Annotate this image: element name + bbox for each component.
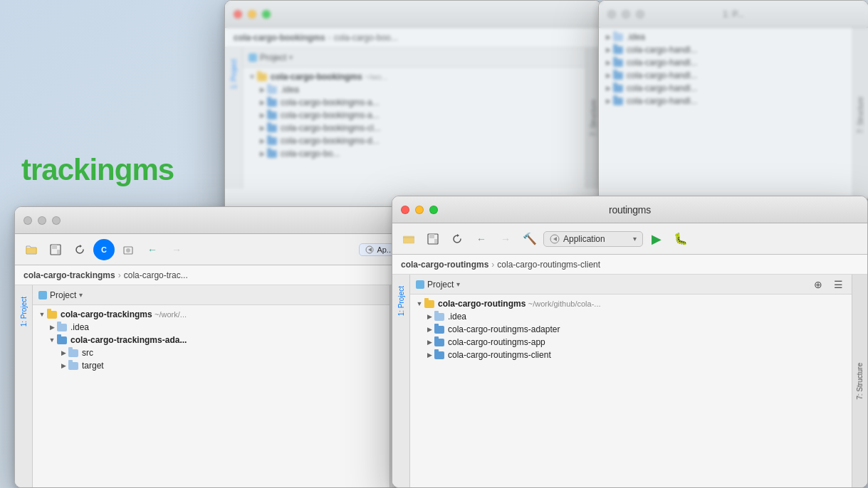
tree-item-h4[interactable]: ▶ cola-cargo-handl...	[599, 95, 852, 107]
tree-root-trackingms[interactable]: ▼ cola-cargo-trackingms ~/work/...	[33, 308, 389, 321]
arrow-collapsed: ▶	[257, 123, 267, 133]
folder-icon	[267, 124, 277, 132]
tree-trackingms: ▼ cola-cargo-trackingms ~/work/... ▶ .id…	[33, 305, 389, 487]
tree-item-label: cola-cargo-handl...	[627, 45, 697, 55]
tree-item-h0[interactable]: ▶ cola-cargo-handl...	[599, 43, 852, 56]
window-handlingms: 1: P... ▶ .idea ▶ cola-cargo-handl... ▶	[598, 0, 868, 203]
tree-adapter-trackingms[interactable]: ▼ cola-cargo-trackingms-ada...	[33, 334, 389, 346]
arrow-collapsed: ▶	[603, 32, 613, 42]
panel-dropdown-chevron[interactable]: ▾	[456, 280, 460, 288]
maximize-button[interactable]	[52, 216, 61, 225]
sidebar-tab-project[interactable]: 1: Project	[394, 280, 408, 322]
svg-rect-9	[429, 234, 434, 238]
traffic-lights-handlingms	[607, 10, 644, 18]
arrow-collapsed: ▶	[58, 348, 68, 358]
project-panel-trackingms: Project ▾ ▼ cola-cargo-trackingms ~/work…	[33, 285, 389, 487]
tree-item-3[interactable]: ▶ cola-cargo-bookingms-d...	[243, 134, 585, 147]
tree-root-routingms[interactable]: ▼ cola-cargo-routingms ~/work/github/col…	[410, 297, 852, 310]
save-btn[interactable]	[45, 239, 66, 260]
tree-idea-trackingms[interactable]: ▶ .idea	[33, 321, 389, 334]
arrow-collapsed: ▶	[257, 110, 267, 120]
tree-item-label: .idea	[70, 322, 89, 332]
run-c-btn[interactable]: C	[93, 239, 115, 260]
folder-icon	[434, 351, 444, 359]
run-config-chevron: ▾	[633, 235, 637, 243]
open-folder-btn[interactable]	[398, 228, 419, 250]
svg-rect-0	[26, 248, 37, 254]
arrow-collapsed: ▶	[424, 350, 434, 360]
back-btn[interactable]: ←	[142, 239, 163, 260]
tree-adapter-routingms[interactable]: ▶ cola-cargo-routingms-adapter	[410, 323, 852, 336]
main-area-handlingms: ▶ .idea ▶ cola-cargo-handl... ▶ cola-car…	[599, 28, 868, 202]
close-button[interactable]	[607, 10, 616, 18]
tree-item-1[interactable]: ▶ cola-cargo-bookingms-a...	[243, 109, 585, 122]
settings-btn[interactable]: ☰	[830, 277, 846, 292]
structure-tab-handlingms[interactable]: 7: Structure	[852, 28, 868, 202]
sync-btn[interactable]	[446, 228, 468, 250]
tree-item-h1[interactable]: ▶ cola-cargo-handl...	[599, 56, 852, 69]
structure-tab-routingms[interactable]: 7: Structure	[852, 275, 867, 487]
forward-btn[interactable]: →	[166, 239, 187, 260]
tree-src-trackingms[interactable]: ▶ src	[33, 346, 389, 359]
close-button[interactable]	[401, 206, 409, 214]
close-button[interactable]	[234, 10, 242, 18]
folder-icon-root	[424, 300, 434, 308]
tree-client-routingms[interactable]: ▶ cola-cargo-routingms-client	[410, 349, 852, 361]
titlebar-trackingms	[15, 207, 405, 234]
folder-icon	[267, 150, 277, 158]
close-button[interactable]	[23, 216, 32, 225]
arrow-collapsed: ▶	[424, 337, 434, 347]
sidebar-tab-project[interactable]: 1: Project	[227, 53, 241, 95]
root-folder-name: cola-cargo-trackingms	[61, 309, 152, 319]
tree-item-idea[interactable]: ▶ .idea	[243, 83, 585, 96]
folder-icon	[267, 112, 277, 120]
minimize-button[interactable]	[38, 216, 46, 225]
project-panel-routingms: Project ▾ ⊕ ☰ ▼ cola-cargo-routingms ~/w…	[410, 275, 852, 487]
project-panel-handlingms: ▶ .idea ▶ cola-cargo-handl... ▶ cola-car…	[599, 28, 852, 202]
minimize-button[interactable]	[248, 10, 256, 18]
window-trackingms: C ← → Ap... cola-cargo-trackingms › cola…	[14, 206, 406, 488]
main-area-trackingms: 1: Project Project ▾ ▼ cola-cargo-tracki…	[15, 285, 405, 487]
save-btn[interactable]	[422, 228, 444, 250]
coverage-btn[interactable]	[117, 239, 139, 260]
folder-icon	[613, 72, 623, 80]
maximize-button[interactable]	[429, 206, 438, 214]
tree-item-label: src	[82, 348, 93, 358]
debug-btn[interactable]: 🐛	[670, 228, 691, 250]
tree-idea-routingms[interactable]: ▶ .idea	[410, 310, 852, 323]
panel-dropdown-chevron[interactable]: ▾	[289, 53, 293, 61]
panel-label: Project	[427, 280, 454, 290]
forward-btn[interactable]: →	[495, 228, 516, 250]
sync-btn[interactable]	[69, 239, 90, 260]
run-btn[interactable]: ▶	[646, 228, 667, 250]
minimize-button[interactable]	[415, 206, 424, 214]
tree-item-4[interactable]: ▶ cola-cargo-bo...	[243, 147, 585, 160]
tree-root[interactable]: ▼ cola-cargo-bookingms ~/wo...	[243, 70, 585, 83]
tree-target-trackingms[interactable]: ▶ target	[33, 359, 389, 372]
traffic-lights-bookingms	[234, 10, 271, 18]
arrow-collapsed: ▶	[603, 58, 613, 68]
panel-dropdown-chevron[interactable]: ▾	[79, 291, 83, 299]
minimize-button[interactable]	[622, 10, 630, 18]
maximize-button[interactable]	[636, 10, 644, 18]
tree-item-h2[interactable]: ▶ cola-cargo-handl...	[599, 69, 852, 82]
sidebar-tab-project[interactable]: 1: Project	[17, 291, 31, 332]
tree-idea-handlingms[interactable]: ▶ .idea	[599, 31, 852, 43]
add-btn[interactable]: ⊕	[810, 277, 826, 292]
tree-item-0[interactable]: ▶ cola-cargo-bookingms-a...	[243, 96, 585, 109]
tree-item-label: cola-cargo-handl...	[627, 70, 697, 80]
root-folder-name: cola-cargo-routingms	[438, 299, 525, 309]
tree-item-h3[interactable]: ▶ cola-cargo-handl...	[599, 82, 852, 95]
maximize-button[interactable]	[262, 10, 271, 18]
tree-app-routingms[interactable]: ▶ cola-cargo-routingms-app	[410, 336, 852, 349]
tree-item-label: cola-cargo-bookingms-a...	[281, 97, 380, 107]
back-btn[interactable]: ←	[471, 228, 492, 250]
arrow-expanded: ▼	[47, 335, 57, 345]
run-config-routingms[interactable]: Application ▾	[543, 231, 643, 247]
open-folder-btn[interactable]	[21, 239, 42, 260]
build-btn[interactable]: 🔨	[519, 228, 540, 250]
titlebar-routingms: routingms	[392, 196, 867, 223]
tree-item-2[interactable]: ▶ cola-cargo-bookingms-cl...	[243, 122, 585, 134]
svg-rect-7	[403, 236, 414, 243]
tree-item-label: cola-cargo-handl...	[627, 96, 697, 106]
